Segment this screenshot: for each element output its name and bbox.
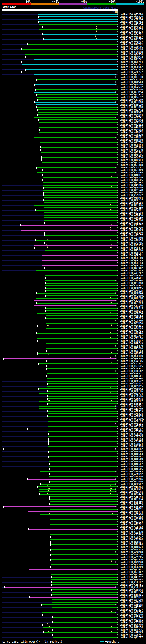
hit-label[interactable]: UniRef100_A9PD65: [120, 631, 143, 634]
alignment-start-tick: [44, 234, 45, 236]
alignment-end-arrow-icon: [117, 282, 118, 284]
alignment-start-tick: [45, 307, 46, 309]
hit-label[interactable]: UniRef100_Q9SZE7: [120, 636, 143, 639]
hit-label[interactable]: UniRef100_Q5I3F7: [120, 571, 143, 574]
hit-label[interactable]: UniRef100_B9GYK0: [120, 624, 143, 626]
alignment-end-arrow-icon: [117, 219, 118, 221]
alignment-end-arrow-icon: [117, 152, 118, 153]
alignment-end-arrow-icon: [117, 536, 118, 538]
hit-label[interactable]: UniRef100_Q0D3N0: [120, 563, 143, 566]
hit-label[interactable]: UniRef100_B9FUW1: [120, 541, 143, 543]
hit-label[interactable]: UniRef100_C5XYZ2: [120, 536, 143, 538]
large-gap-marker-icon: [110, 354, 112, 356]
alignment-bar: [37, 313, 117, 314]
alignment-bar: [35, 240, 117, 241]
hit-label[interactable]: UniRef100_P27337: [120, 608, 143, 611]
alignment-end-arrow-icon: [117, 274, 118, 276]
hit-label[interactable]: UniRef100_C5X5K4: [120, 538, 143, 541]
hit-label[interactable]: UniRef100_C5XIY2: [120, 586, 143, 588]
alignment-end-arrow-icon: [117, 378, 118, 380]
alignment-end-arrow-icon: [117, 61, 118, 63]
large-gap-marker-icon: [110, 302, 112, 303]
hit-label[interactable]: UniRef100_B9EYI4: [120, 626, 143, 629]
hit-label[interactable]: UniRef100_Q9XFL6: [120, 611, 143, 614]
hit-label[interactable]: UniRef100_Q43212: [120, 576, 143, 578]
hit-label[interactable]: UniRef100_A9NU12: [120, 601, 143, 604]
hit-label[interactable]: UniRef100_Q5I3F6: [120, 574, 143, 576]
alignment-bar: [43, 185, 117, 186]
alignment-start-tick: [50, 546, 50, 548]
alignment-bar: [42, 170, 117, 170]
alignment-bar: [39, 492, 115, 492]
hit-label[interactable]: UniRef100_B3SHI1: [120, 596, 143, 598]
alignment-bar: [37, 97, 117, 98]
alignment-bar: [34, 82, 115, 82]
alignment-end-arrow-icon: [117, 317, 118, 319]
large-gap-marker-icon: [47, 623, 48, 624]
hit-label[interactable]: UniRef100_Q68A09: [120, 566, 143, 568]
alignment-end-arrow-icon: [117, 250, 118, 251]
alignment-end-arrow-icon: [117, 626, 118, 628]
alignment-start-tick: [46, 375, 47, 377]
hit-label[interactable]: UniRef100_B3V2Z3: [120, 548, 143, 551]
alignment-bar: [37, 336, 117, 336]
hit-label[interactable]: UniRef100_Q40068: [120, 578, 143, 581]
hit-label[interactable]: UniRef100_C6TB83: [120, 621, 143, 624]
hit-label[interactable]: UniRef100_Q9SMU8: [120, 561, 143, 563]
large-gap-marker-icon: [48, 400, 50, 401]
hit-label[interactable]: UniRef100_B4G1R4: [120, 543, 143, 546]
alignment-start-tick: [47, 415, 48, 418]
alignment-bar: [38, 100, 117, 100]
alignment-end-arrow-icon: [117, 23, 118, 25]
hit-label[interactable]: UniRef100_A3AY70: [120, 553, 143, 556]
hit-label[interactable]: UniRef100_Q43731: [120, 606, 143, 608]
hit-label[interactable]: UniRef100_Q43049: [120, 614, 143, 616]
alignment-end-arrow-icon: [117, 440, 118, 442]
alignment-end-arrow-icon: [117, 260, 118, 261]
alignment-start-tick: [46, 368, 47, 370]
hit-label[interactable]: UniRef100_A5BQ05: [120, 604, 143, 606]
hit-label[interactable]: UniRef100_P93548: [120, 616, 143, 619]
hit-label[interactable]: UniRef100_B8A775: [120, 629, 143, 631]
large-gap-marker-icon: [110, 224, 112, 225]
alignment-bar: [50, 534, 117, 535]
hit-label[interactable]: UniRef100_A2YPX5: [120, 556, 143, 558]
alignment-end-arrow-icon: [117, 616, 118, 618]
alignment-bar: [37, 172, 115, 173]
alignment-start-tick: [51, 576, 52, 578]
hit-label[interactable]: UniRef100_A7QML8: [120, 551, 143, 553]
alignment-bar: [45, 232, 117, 233]
alignment-end-arrow-icon: [115, 74, 117, 76]
hit-label[interactable]: UniRef100_A9TC06: [120, 598, 143, 601]
hit-label[interactable]: UniRef100_Q7XPY0: [120, 558, 143, 561]
alignment-end-arrow-icon: [115, 561, 117, 563]
hit-label[interactable]: UniRef100_B9IL94: [120, 591, 143, 594]
hit-label[interactable]: UniRef100_A9NZA1: [120, 634, 143, 636]
alignment-end-arrow-icon: [117, 566, 118, 568]
hit-label[interactable]: UniRef100_C6ETB1: [120, 584, 143, 586]
hit-label[interactable]: UniRef100_C0PNM3: [120, 588, 143, 591]
alignment-end-arrow-icon: [117, 362, 118, 364]
alignment-bar: [27, 479, 115, 480]
alignment-end-arrow-icon: [117, 257, 118, 259]
alignment-start-tick: [27, 44, 28, 46]
alignment-start-tick: [49, 518, 50, 520]
alignment-bar: [36, 107, 117, 108]
large-gap-marker-icon: [110, 357, 111, 358]
alignment-end-arrow-icon: [117, 234, 118, 236]
alignment-bar: [42, 263, 117, 264]
alignment-bar: [46, 323, 117, 324]
hit-label[interactable]: UniRef100_Q5JBR1: [120, 568, 143, 571]
alignment-end-arrow-icon: [115, 172, 117, 174]
hit-label[interactable]: UniRef100_C6ETB2: [120, 581, 143, 584]
large-gap-marker-icon: [110, 492, 111, 494]
hit-label[interactable]: UniRef100_B6U531: [120, 594, 143, 596]
large-gap-marker-icon: [46, 244, 47, 245]
alignment-bar: [34, 42, 117, 42]
alignment-start-tick: [34, 76, 34, 78]
alignment-end-arrow-icon: [117, 207, 118, 208]
alignment-start-tick: [46, 365, 47, 367]
hit-label[interactable]: UniRef100_O23961: [120, 619, 143, 621]
alignment-bar: [51, 537, 117, 537]
hit-label[interactable]: UniRef100_B4FK24: [120, 546, 143, 548]
